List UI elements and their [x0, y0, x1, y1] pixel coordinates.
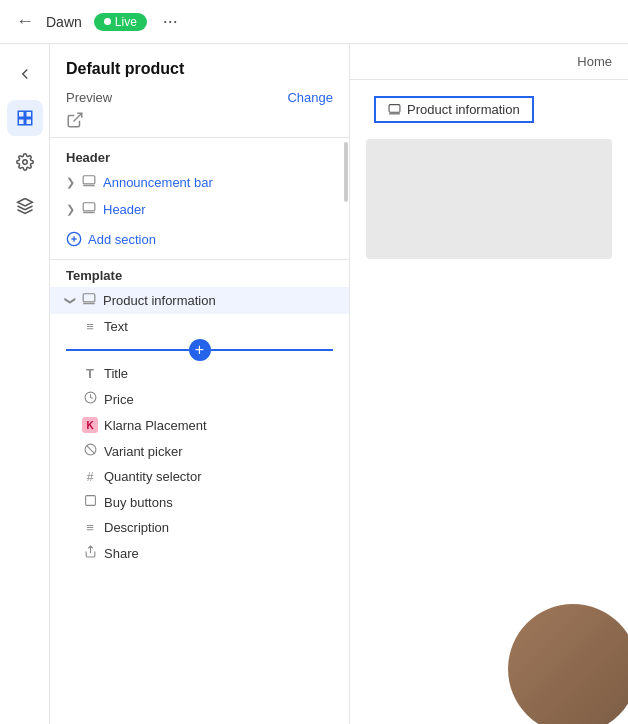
chip-icon — [388, 103, 401, 116]
variant-label: Variant picker — [104, 444, 333, 459]
header-section-icon — [81, 201, 97, 218]
buy-icon — [82, 494, 98, 510]
header-label: Header — [66, 150, 110, 165]
header-section: Header — [50, 138, 349, 169]
live-label: Live — [115, 15, 137, 29]
announcement-icon — [81, 174, 97, 191]
character-circle — [508, 604, 628, 724]
title-label: Title — [104, 366, 333, 381]
divider-line-right — [211, 349, 334, 351]
chip-label: Product information — [407, 102, 520, 117]
tree-item-header[interactable]: ❯ Header — [50, 196, 349, 223]
title-icon: T — [82, 366, 98, 381]
preview-area: Home Product information — [350, 44, 628, 724]
add-section-row[interactable]: Add section — [50, 223, 349, 255]
klarna-item-icon: K — [82, 417, 98, 433]
more-button[interactable]: ··· — [163, 11, 178, 32]
share-label: Share — [104, 546, 333, 561]
divider-line — [66, 349, 189, 351]
panel-scroll: Header ❯ Announcement bar ❯ Header — [50, 138, 349, 724]
text-label: Text — [104, 319, 333, 334]
app-container: ← Dawn Live ··· — [0, 0, 628, 724]
top-bar: ← Dawn Live ··· — [0, 0, 628, 44]
sidebar-theme-icon[interactable] — [7, 100, 43, 136]
panel-title: Default product — [66, 60, 333, 78]
tree-item-share[interactable]: Share — [50, 540, 349, 566]
main-layout: Default product Preview Change Header — [0, 44, 628, 724]
svg-rect-0 — [18, 111, 24, 117]
product-info-banner: Product information — [358, 88, 628, 131]
buy-label: Buy buttons — [104, 495, 333, 510]
scroll-thumb — [344, 142, 348, 202]
svg-rect-20 — [389, 105, 400, 113]
character-image — [488, 584, 628, 724]
template-section: Template — [50, 259, 349, 287]
divider-add-row: + — [66, 339, 333, 361]
price-icon — [82, 391, 98, 407]
preview-top-bar: Home — [350, 44, 628, 80]
preview-row: Preview Change — [66, 90, 333, 105]
product-info-chip: Product information — [374, 96, 534, 123]
chevron-right-icon-2: ❯ — [66, 203, 75, 216]
description-label: Description — [104, 520, 333, 535]
announcement-label: Announcement bar — [103, 175, 333, 190]
tree-item-announcement[interactable]: ❯ Announcement bar — [50, 169, 349, 196]
product-info-label: Product information — [103, 293, 333, 308]
tree-item-buy[interactable]: Buy buttons — [50, 489, 349, 515]
sidebar-back-icon[interactable] — [7, 56, 43, 92]
chevron-down-icon: ❯ — [64, 296, 77, 305]
tree-item-title[interactable]: T Title — [50, 361, 349, 386]
template-label: Template — [66, 268, 122, 283]
back-button[interactable]: ← — [16, 11, 34, 32]
svg-rect-1 — [25, 111, 31, 117]
svg-rect-2 — [18, 119, 24, 125]
description-icon: ≡ — [82, 520, 98, 535]
icon-sidebar — [0, 44, 50, 724]
sidebar-settings-icon[interactable] — [7, 144, 43, 180]
variant-icon — [82, 443, 98, 459]
share-icon — [82, 545, 98, 561]
klarna-label: Klarna Placement — [104, 418, 333, 433]
quantity-icon: # — [82, 470, 98, 484]
live-badge: Live — [94, 13, 147, 31]
panel-header: Default product Preview Change — [50, 44, 349, 138]
header-item-label: Header — [103, 202, 333, 217]
tree-item-description[interactable]: ≡ Description — [50, 515, 349, 540]
svg-rect-18 — [85, 496, 95, 506]
app-title: Dawn — [46, 14, 82, 30]
tree-item-variant[interactable]: Variant picker — [50, 438, 349, 464]
preview-home-link[interactable]: Home — [577, 54, 612, 69]
add-block-button[interactable]: + — [189, 339, 211, 361]
quantity-label: Quantity selector — [104, 469, 333, 484]
add-section-icon — [66, 231, 82, 247]
preview-placeholder-image — [366, 139, 612, 259]
svg-point-4 — [22, 160, 27, 165]
chevron-right-icon: ❯ — [66, 176, 75, 189]
tree-item-klarna[interactable]: K Klarna Placement — [50, 412, 349, 438]
svg-line-5 — [74, 113, 82, 121]
svg-rect-3 — [25, 119, 31, 125]
svg-line-17 — [86, 446, 94, 454]
sidebar-blocks-icon[interactable] — [7, 188, 43, 224]
tree-item-product-info[interactable]: ❯ Product information — [50, 287, 349, 314]
svg-rect-6 — [83, 176, 95, 184]
price-label: Price — [104, 392, 333, 407]
preview-label: Preview — [66, 90, 112, 105]
text-icon: ≡ — [82, 319, 98, 334]
svg-rect-13 — [83, 294, 95, 302]
add-section-label: Add section — [88, 232, 156, 247]
live-dot — [104, 18, 111, 25]
external-link-icon — [66, 111, 84, 129]
product-info-icon — [81, 292, 97, 309]
svg-rect-8 — [83, 203, 95, 211]
preview-icon-row — [66, 111, 333, 129]
preview-inner: Home Product information — [350, 44, 628, 724]
tree-item-price[interactable]: Price — [50, 386, 349, 412]
change-button[interactable]: Change — [287, 90, 333, 105]
tree-item-quantity[interactable]: # Quantity selector — [50, 464, 349, 489]
tree-item-text[interactable]: ≡ Text — [50, 314, 349, 339]
panel: Default product Preview Change Header — [50, 44, 350, 724]
